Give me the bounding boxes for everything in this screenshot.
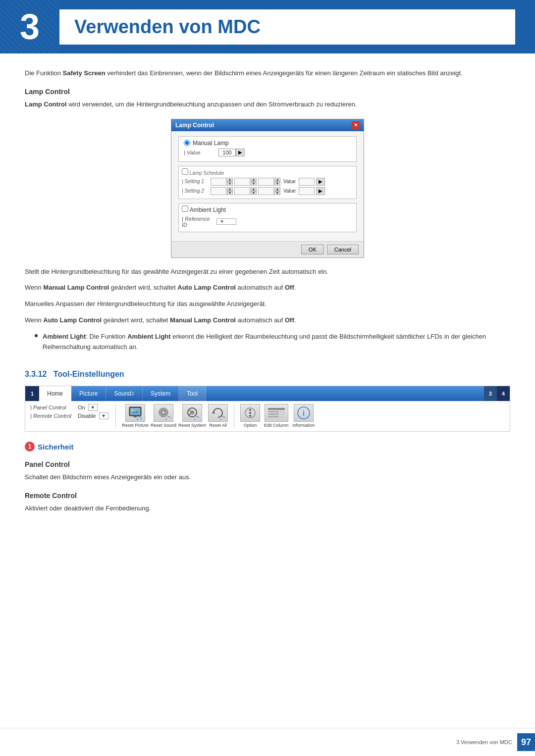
ambient-label-row: Ambient Light — [182, 205, 353, 213]
setting1-arrow[interactable]: ▶ — [316, 178, 325, 186]
remote-control-section-heading: Remote Control — [25, 492, 510, 500]
reset-sound-btn[interactable] — [154, 404, 173, 422]
dialog-title: Lamp Control — [175, 122, 214, 129]
spin2-down1[interactable]: ▼ — [227, 191, 233, 195]
ambient-checkbox[interactable] — [182, 205, 188, 212]
tab-home[interactable]: Home — [39, 386, 71, 401]
ambient-light-bold2: Ambient Light — [127, 333, 170, 340]
tab-system[interactable]: System — [143, 386, 179, 401]
tab-sound-number: 2 — [132, 391, 134, 396]
panel-control-row: | Panel Control On ▼ — [30, 404, 109, 411]
tab-sound[interactable]: Sound 2 — [106, 386, 143, 401]
reset-system-btn[interactable] — [182, 404, 202, 422]
information-label: Information — [292, 423, 315, 428]
lamp-control-heading: Lamp Control — [25, 88, 510, 96]
reset-picture-label: Reset Picture — [122, 423, 149, 428]
subsection-heading: 3.3.12 Tool-Einstellungen — [25, 370, 510, 379]
reset-all-label: Reset All — [209, 423, 227, 428]
lamp-control-bold: Lamp Control — [25, 101, 67, 108]
lamp-text3: Manuelles Anpassen der Hintergrundbeleuc… — [25, 299, 510, 309]
spin2-down2[interactable]: ▼ — [251, 191, 257, 195]
remote-control-dropdown[interactable]: ▼ — [99, 412, 108, 419]
manual-lamp-radio[interactable] — [184, 140, 190, 146]
off-bold1: Off — [285, 284, 294, 291]
setting2-time3 — [258, 187, 274, 195]
spin-up3[interactable]: ▲ — [274, 178, 280, 182]
tab-picture[interactable]: Picture — [71, 386, 106, 401]
manual-lamp-label: Manual Lamp — [193, 140, 229, 147]
setting2-spinner1[interactable]: ▲ ▼ — [227, 187, 233, 195]
setting1-time1 — [211, 178, 226, 186]
reset-all-group: Reset All — [208, 404, 228, 428]
reset-picture-btn[interactable] — [125, 404, 145, 422]
spin-down2[interactable]: ▼ — [251, 182, 257, 186]
option-icon — [243, 406, 257, 420]
sicherheit-title: Sicherheit — [38, 443, 74, 451]
lamp-text4: Wenn Auto Lamp Control geändert wird, sc… — [25, 315, 510, 326]
spin-up1[interactable]: ▲ — [227, 178, 233, 182]
reset-all-btn[interactable] — [208, 404, 228, 422]
setting1-spinner1[interactable]: ▲ ▼ — [227, 178, 233, 186]
remote-control-row: | Remote Control Disable ▼ — [30, 412, 109, 419]
reset-picture-group: Reset Picture — [122, 404, 149, 428]
setting1-spinner3[interactable]: ▲ ▼ — [274, 178, 280, 186]
setting1-row: | Setting 1 ▲ ▼ ▲ ▼ ▲ — [182, 178, 353, 186]
value-arrow-btn[interactable]: ▶ — [236, 149, 245, 156]
reference-id-row: | Reference ID ▼ — [182, 216, 353, 228]
option-group: Option — [240, 404, 260, 428]
svg-marker-12 — [212, 411, 215, 413]
panel-control-value: On — [78, 404, 85, 410]
svg-point-2 — [131, 409, 133, 411]
setting2-spinner3[interactable]: ▲ ▼ — [274, 187, 280, 195]
information-btn[interactable]: i — [294, 404, 314, 422]
reset-all-icon — [211, 406, 225, 420]
spin-down3[interactable]: ▼ — [274, 182, 280, 186]
svg-point-17 — [249, 415, 251, 417]
option-btn[interactable] — [240, 404, 260, 422]
panel-control-label: | Panel Control — [30, 404, 75, 410]
setting2-value-box — [299, 187, 315, 195]
spin2-up3[interactable]: ▲ — [274, 187, 280, 191]
chapter-number: 3 — [0, 9, 59, 45]
dialog-footer: OK Cancel — [171, 241, 364, 257]
svg-rect-24 — [280, 416, 285, 417]
toolbar-divider1 — [115, 404, 116, 428]
panel-control-section-heading: Panel Control — [25, 460, 510, 468]
spin2-up1[interactable]: ▲ — [227, 187, 233, 191]
setting1-spinner2[interactable]: ▲ ▼ — [251, 178, 257, 186]
information-group: i Information — [292, 404, 315, 428]
svg-rect-1 — [130, 408, 140, 415]
ok-button[interactable]: OK — [301, 245, 324, 254]
setting2-row: | Setting 2 ▲ ▼ ▲ ▼ ▲ — [182, 187, 353, 195]
spin2-down3[interactable]: ▼ — [274, 191, 280, 195]
edit-column-btn[interactable] — [265, 404, 288, 422]
dialog-wrapper: Lamp Control ✕ Manual Lamp | Value 100 ▶ — [25, 119, 510, 258]
manual-lamp-section: Manual Lamp | Value 100 ▶ — [178, 136, 357, 162]
edit-column-group: Edit Column — [264, 404, 288, 428]
spin-down1[interactable]: ▼ — [227, 182, 233, 186]
svg-rect-21 — [268, 416, 279, 417]
sicherheit-badge: 1 — [25, 442, 35, 452]
setting2-time1 — [211, 187, 226, 195]
cancel-button[interactable]: Cancel — [327, 245, 359, 254]
lamp-control-para-suffix: wird verwendet, um die Hintergrundbeleuc… — [68, 101, 357, 108]
setting2-spinner2[interactable]: ▲ ▼ — [251, 187, 257, 195]
lamp-schedule-checkbox[interactable] — [182, 168, 188, 175]
ambient-light-label: Ambient Light — [190, 206, 226, 213]
svg-text:i: i — [302, 409, 304, 417]
spin-up2[interactable]: ▲ — [251, 178, 257, 182]
reference-id-dropdown[interactable]: ▼ — [216, 218, 236, 225]
tab-tool[interactable]: Tool — [179, 386, 206, 401]
dialog-close-button[interactable]: ✕ — [352, 121, 360, 129]
setting2-arrow[interactable]: ▶ — [316, 187, 325, 195]
svg-rect-23 — [280, 413, 285, 415]
spin2-up2[interactable]: ▲ — [251, 187, 257, 191]
intro-para1-suffix: verhindert das Einbrennen, wenn der Bild… — [107, 69, 463, 77]
toolbar-num1: 1 — [25, 386, 39, 401]
subsection-number: 3.3.12 — [25, 370, 47, 378]
auto-lamp-control-bold2: Auto Lamp Control — [43, 316, 102, 324]
svg-point-10 — [190, 410, 194, 414]
panel-control-dropdown[interactable]: ▼ — [88, 404, 98, 411]
reset-sound-label: Reset Sound — [151, 423, 176, 428]
footer-text: 3 Verwenden von MDC — [456, 739, 512, 745]
